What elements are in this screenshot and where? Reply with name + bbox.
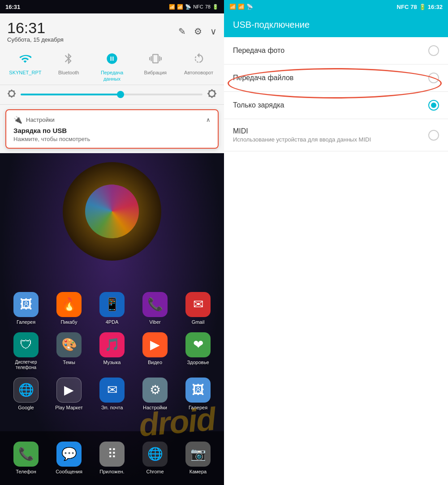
list-item[interactable]: ✉ Gmail — [180, 292, 216, 325]
app-label: Галерея — [189, 405, 207, 411]
wallpaper-decoration — [85, 185, 139, 238]
app-label: Камера — [190, 469, 207, 475]
list-item[interactable]: 💬 Сообщения — [51, 442, 87, 475]
app-label: Темы — [63, 360, 75, 365]
notification-header: 🔌 Настройки ∧ — [13, 116, 211, 124]
edit-icon[interactable]: ✎ — [178, 26, 186, 37]
health-icon: ❤ — [185, 332, 211, 357]
wifi-toggle-label: SKYNET_RPT — [9, 70, 41, 76]
vibration-toggle-icon — [146, 49, 165, 68]
notification-panel: 16:31 Суббота, 15 декабря ✎ ⚙ ∨ SKYNET_R… — [0, 13, 224, 153]
themes-icon: 🎨 — [56, 332, 82, 357]
right-panel: 📶 📶 📡 NFC 78 🔋 16:32 USB-подключение Пер… — [224, 0, 448, 485]
app-row-1: 🖼 Галерея 🔥 Пикабу 📱 4PDA 📞 Viber ✉ — [4, 292, 220, 325]
usb-option-files-text: Передача файлов — [233, 74, 428, 82]
wifi-icon: 📡 — [246, 4, 253, 10]
chevron-down-icon[interactable]: ∨ — [210, 26, 217, 37]
autorotate-toggle-label: Автоповорот — [184, 70, 213, 76]
app-label: Эл. почта — [101, 405, 123, 411]
list-item[interactable]: ✉ Эл. почта — [94, 378, 130, 411]
list-item[interactable]: ▶ Видео — [137, 332, 173, 370]
usb-option-files-title: Передача файлов — [233, 74, 428, 82]
list-item[interactable]: ⠿ Приложен. — [94, 442, 130, 475]
toggle-vibration[interactable]: Вибрация — [138, 49, 173, 82]
app-label: Play Маркет — [55, 405, 83, 411]
brightness-slider[interactable] — [21, 94, 202, 95]
usb-photo-radio[interactable] — [428, 45, 439, 56]
data-toggle-icon — [103, 49, 121, 68]
app-label: Видео — [148, 360, 162, 365]
battery-icon: 🔋 — [419, 4, 426, 10]
chrome-icon: 🌐 — [142, 442, 168, 467]
usb-option-photo-text: Передача фото — [233, 47, 428, 55]
app-label: Здоровье — [187, 360, 209, 365]
quick-toggle-row: SKYNET_RPT Bluetooth Передачаданных — [0, 45, 224, 85]
usb-option-photo[interactable]: Передача фото — [224, 37, 448, 64]
chrome-label: Chrome — [146, 469, 164, 475]
list-item[interactable]: 🔥 Пикабу — [51, 292, 87, 325]
notification-card[interactable]: 🔌 Настройки ∧ Зарядка по USB Нажмите, чт… — [5, 109, 219, 149]
left-status-icons: 📶 📶 📡 NFC 78 🔋 — [169, 4, 219, 10]
messages-icon: 💬 — [56, 442, 82, 467]
time-area: 16:31 Суббота, 15 декабря ✎ ⚙ ∨ — [0, 18, 224, 45]
nfc-label: NFC — [397, 4, 409, 10]
usb-charge-radio[interactable] — [428, 100, 439, 111]
app-label: Настройки — [143, 405, 167, 411]
list-item[interactable]: 📞 Viber — [137, 292, 173, 325]
list-item[interactable]: 🌐 Google — [8, 378, 44, 411]
list-item[interactable]: 🌐 Chrome — [137, 442, 173, 475]
app-label: Галерея — [17, 319, 35, 325]
settings-icon[interactable]: ⚙ — [194, 26, 202, 37]
list-item[interactable]: ▶ Play Маркет — [51, 378, 87, 411]
left-time: 16:31 — [5, 4, 20, 10]
usb-files-radio[interactable] — [428, 73, 439, 83]
toggle-bluetooth[interactable]: Bluetooth — [51, 49, 86, 82]
autorotate-toggle-icon — [190, 49, 208, 68]
list-item[interactable]: 📞 Телефон — [8, 442, 44, 475]
usb-midi-radio[interactable] — [428, 130, 439, 141]
time-actions: ✎ ⚙ ∨ — [178, 26, 217, 37]
usb-option-charge[interactable]: Только зарядка — [224, 92, 448, 119]
list-item[interactable]: 📱 4PDA — [94, 292, 130, 325]
app-label: Viber — [149, 319, 160, 325]
app-label: Музыка — [103, 360, 121, 365]
time-display: 16:31 Суббота, 15 декабря — [7, 20, 64, 43]
wallpaper-circle — [63, 162, 161, 261]
usb-option-files[interactable]: Передача файлов — [224, 64, 448, 92]
list-item[interactable]: 🎨 Темы — [51, 332, 87, 370]
google-icon: 🌐 — [13, 378, 39, 403]
notification-app-name: Настройки — [26, 116, 202, 123]
list-item[interactable]: 🎵 Музыка — [94, 332, 130, 370]
app-label: 4PDA — [106, 319, 119, 325]
camera-icon: 📷 — [185, 442, 211, 467]
bluetooth-toggle-icon — [59, 49, 78, 68]
list-item[interactable]: 📷 Камера — [180, 442, 216, 475]
app-label: Пикабу — [61, 319, 78, 325]
4pda-icon: 📱 — [99, 292, 125, 317]
usb-option-midi[interactable]: MIDI Использование устройства для ввода … — [224, 119, 448, 151]
list-item[interactable]: 🖼 Галерея — [8, 292, 44, 325]
notification-chevron-icon: ∧ — [206, 116, 211, 123]
brightness-row — [0, 85, 224, 105]
toggle-wifi[interactable]: SKYNET_RPT — [7, 49, 43, 82]
list-item[interactable]: 🛡 Диспетчер телефона — [8, 332, 44, 370]
homescreen-bg: 🖼 Галерея 🔥 Пикабу 📱 4PDA 📞 Viber ✉ — [0, 153, 224, 485]
bottom-dock: 📞 Телефон 💬 Сообщения ⠿ Приложен. 🌐 Chro… — [0, 431, 224, 485]
list-item[interactable]: ⚙ Настройки — [137, 378, 173, 411]
time-big: 16:31 — [7, 20, 64, 36]
list-item[interactable]: 🖼 Галерея — [180, 378, 216, 411]
toggle-data[interactable]: Передачаданных — [94, 49, 130, 82]
data-toggle-label: Передачаданных — [101, 70, 123, 82]
app-label: Google — [18, 405, 34, 411]
right-header: USB-подключение — [224, 13, 448, 37]
radio-inner-dot — [431, 103, 436, 108]
email-icon: ✉ — [99, 378, 125, 403]
battery-label: 78 — [205, 4, 211, 9]
app-label: Телефон — [16, 469, 36, 475]
play-market-icon: ▶ — [56, 378, 82, 403]
video-icon: ▶ — [142, 332, 168, 357]
toggle-autorotate[interactable]: Автоповорот — [181, 49, 217, 82]
app-row-3: 🌐 Google ▶ Play Маркет ✉ Эл. почта ⚙ Нас… — [4, 378, 220, 411]
brightness-fill — [21, 94, 121, 95]
list-item[interactable]: ❤ Здоровье — [180, 332, 216, 370]
